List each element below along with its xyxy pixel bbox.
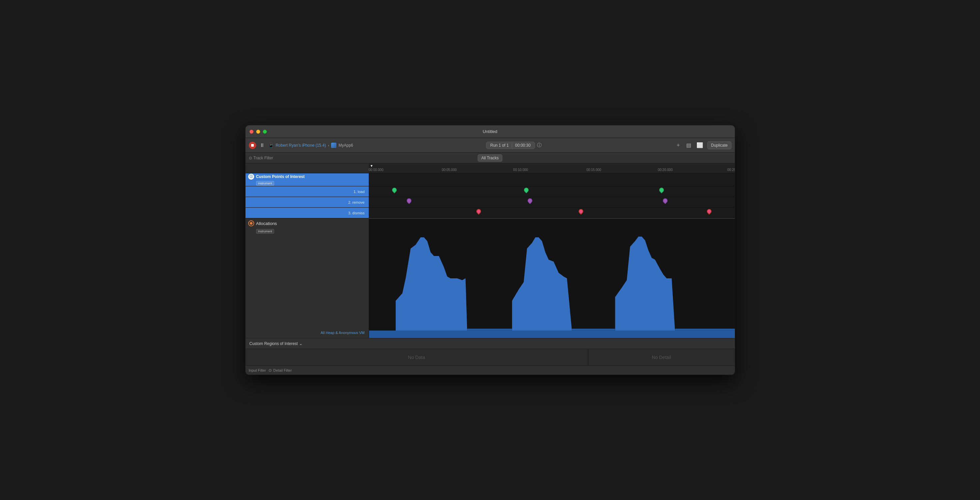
cpi-dismiss-content <box>369 208 735 218</box>
toolbar-right: ＋ ▤ ⬜ Duplicate <box>674 141 731 150</box>
alloc-icon <box>248 220 254 226</box>
bottom-panel: Custom Regions of Interest ⌄ No Data No … <box>245 338 735 375</box>
pause-button[interactable]: ⏸ <box>258 141 266 150</box>
all-tracks-button[interactable]: All Tracks <box>478 154 502 162</box>
split-view-button[interactable]: ⬜ <box>695 141 705 150</box>
alloc-name: Allocations <box>256 221 277 226</box>
cpi-load-label: 1. load <box>245 186 369 196</box>
tick-10: 00:10.000 <box>513 168 528 172</box>
run-separator: | <box>511 143 512 148</box>
allocations-svg <box>369 219 735 338</box>
pin-remove-2 <box>528 198 532 203</box>
bottom-filter-bar: Input Filter ⊙ Detail Filter <box>245 365 735 375</box>
main-window: Untitled ⏸ 📱 Robert Ryan's iPhone (15.4)… <box>245 125 735 375</box>
run-pill: Run 1 of 1 | 00:00:30 <box>486 142 535 149</box>
allocations-header: Allocations Instrument All Heap & Anonym… <box>245 218 369 338</box>
run-label: Run 1 of 1 <box>490 143 509 148</box>
tracks-area: ▼ 00:00.000 00:05.000 00:10.000 00:15.00… <box>245 163 735 338</box>
cpi-remove-text: 2. remove <box>348 200 365 204</box>
svg-rect-4 <box>467 329 512 331</box>
timeline-ruler-row: ▼ 00:00.000 00:05.000 00:10.000 00:15.00… <box>245 163 735 173</box>
pin-load-3 <box>659 188 664 192</box>
svg-rect-0 <box>369 331 735 338</box>
info-button[interactable]: ⓘ <box>537 142 542 149</box>
pin-load-2 <box>524 188 529 192</box>
pin-dismiss-2 <box>579 209 583 214</box>
cpi-remove-label: 2. remove <box>245 197 369 207</box>
cpi-dismiss-text: 3. dismiss <box>348 211 365 215</box>
pin-dismiss-1 <box>476 209 481 214</box>
view-toggle-button[interactable]: ▤ <box>685 141 692 150</box>
cpi-icon: ⓘ <box>248 174 254 180</box>
filter-bar: ⊙ Track Filter All Tracks <box>245 153 735 163</box>
roi-selector[interactable]: Custom Regions of Interest ⌄ <box>250 341 302 346</box>
svg-marker-3 <box>615 236 675 331</box>
alloc-title-row: Allocations <box>248 220 366 226</box>
detail-filter[interactable]: ⊙ Detail Filter <box>269 368 292 373</box>
alloc-badge-row: Instrument <box>256 228 366 234</box>
alloc-filter-area: All Heap & Anonymous VM <box>248 234 366 336</box>
chevron-right-icon: › <box>328 143 329 147</box>
cpi-load-row: 1. load <box>245 186 735 196</box>
cpi-badge: Instrument <box>256 181 274 186</box>
input-filter-label: Input Filter <box>249 368 266 372</box>
no-data-label: No Data <box>408 355 425 360</box>
track-filter[interactable]: ⊙ Track Filter <box>249 156 274 160</box>
cpi-badge-row: Instrument <box>256 180 366 186</box>
cursor-arrow: ▼ <box>370 164 374 168</box>
roi-label: Custom Regions of Interest <box>250 341 298 346</box>
cpi-main-content <box>369 173 735 186</box>
tick-0: 00:00.000 <box>369 168 384 172</box>
cpi-track: ⓘ Custom Points of Interest Instrument 1… <box>245 173 735 218</box>
bottom-panel-content: No Data No Detail <box>245 349 735 365</box>
alloc-badge: Instrument <box>256 229 274 234</box>
allocations-chart <box>369 218 735 338</box>
cpi-dismiss-label: 3. dismiss <box>245 208 369 218</box>
allocations-track: Allocations Instrument All Heap & Anonym… <box>245 218 735 338</box>
pin-remove-1 <box>407 198 411 203</box>
pin-dismiss-3 <box>707 209 711 214</box>
svg-rect-5 <box>572 329 615 331</box>
alloc-icon-dot <box>250 222 253 225</box>
bottom-panel-header: Custom Regions of Interest ⌄ <box>245 338 735 349</box>
add-track-button[interactable]: ＋ <box>674 141 682 150</box>
title-bar: Untitled <box>245 125 735 138</box>
app-icon <box>331 143 336 148</box>
stop-button[interactable] <box>249 142 256 149</box>
toolbar-left: ⏸ 📱 Robert Ryan's iPhone (15.4) › MyApp6 <box>249 141 353 150</box>
app-label: MyApp6 <box>339 143 353 148</box>
track-filter-label: Track Filter <box>253 156 274 160</box>
filter-icon: ⊙ <box>249 156 252 160</box>
device-icon: 📱 <box>268 143 274 148</box>
cpi-header: ⓘ Custom Points of Interest Instrument <box>245 173 369 186</box>
tick-5: 00:05.000 <box>442 168 457 172</box>
device-label: Robert Ryan's iPhone (15.4) <box>276 143 326 148</box>
duplicate-button[interactable]: Duplicate <box>707 141 731 149</box>
cpi-load-content <box>369 186 735 196</box>
window-title: Untitled <box>483 129 497 134</box>
detail-filter-icon: ⊙ <box>269 368 272 373</box>
pin-load-1 <box>392 188 397 192</box>
timeline-left-spacer <box>245 163 369 173</box>
tick-20: 00:20.000 <box>658 168 673 172</box>
cpi-remove-row: 2. remove <box>245 196 735 207</box>
run-time: 00:00:30 <box>515 143 531 148</box>
svg-marker-1 <box>395 237 467 331</box>
timeline-ticks: ▼ 00:00.000 00:05.000 00:10.000 00:15.00… <box>369 163 735 173</box>
cpi-title-area: ⓘ Custom Points of Interest <box>248 174 366 180</box>
svg-marker-2 <box>512 237 572 331</box>
toolbar: ⏸ 📱 Robert Ryan's iPhone (15.4) › MyApp6… <box>245 138 735 153</box>
minimize-button[interactable] <box>256 130 260 134</box>
cpi-name: Custom Points of Interest <box>256 174 305 179</box>
run-info: Run 1 of 1 | 00:00:30 ⓘ <box>356 142 671 149</box>
detail-filter-label: Detail Filter <box>273 368 292 372</box>
traffic-lights <box>250 130 267 134</box>
bottom-right-panel: No Detail <box>588 349 735 365</box>
tick-25: 00:25.000 <box>727 168 735 172</box>
close-button[interactable] <box>250 130 253 134</box>
maximize-button[interactable] <box>263 130 267 134</box>
alloc-filter-label: All Heap & Anonymous VM <box>320 331 364 335</box>
roi-chevron-icon: ⌄ <box>299 341 302 346</box>
pin-remove-3 <box>663 198 668 203</box>
cpi-dismiss-row: 3. dismiss <box>245 207 735 218</box>
